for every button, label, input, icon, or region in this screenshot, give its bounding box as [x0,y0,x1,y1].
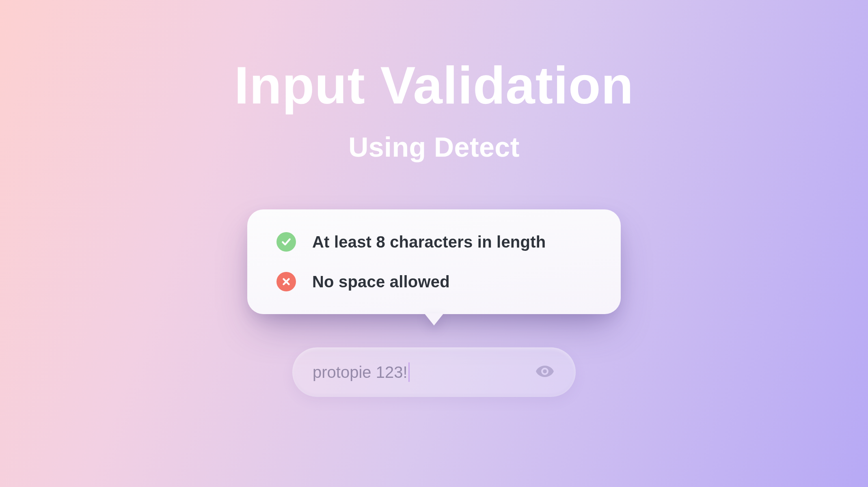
svg-point-2 [543,369,547,373]
page-title: Input Validation [234,59,634,112]
eye-icon [535,362,555,383]
text-caret [408,362,410,382]
password-input[interactable]: protopie 123! [292,347,576,397]
validation-rule-text: At least 8 characters in length [312,233,546,251]
validation-tooltip: At least 8 characters in length No space… [247,209,621,314]
tooltip-arrow [424,313,444,325]
page-subtitle: Using Detect [348,131,520,163]
password-input-value: protopie 123! [313,362,534,382]
check-circle-icon [276,232,296,252]
validation-rule: At least 8 characters in length [276,232,592,252]
validation-rule: No space allowed [276,272,592,291]
validation-rule-text: No space allowed [312,273,450,291]
x-circle-icon [276,272,296,291]
toggle-visibility-button[interactable] [534,362,555,383]
